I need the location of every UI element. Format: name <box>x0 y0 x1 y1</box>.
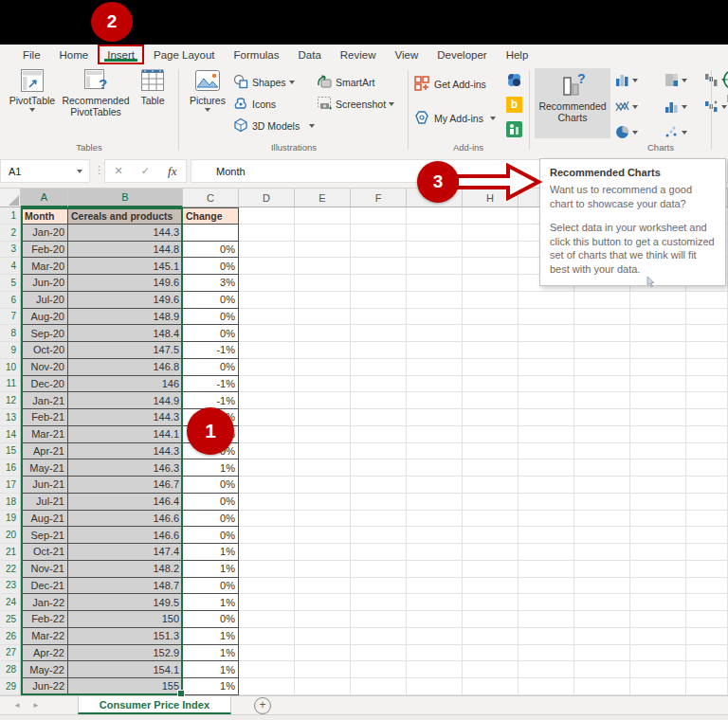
cell-H21[interactable] <box>463 544 519 561</box>
cell-A18[interactable]: Jul-21 <box>21 494 68 511</box>
cell-D5[interactable] <box>239 275 295 292</box>
cell-K25[interactable] <box>630 611 686 628</box>
cell-F2[interactable] <box>351 225 407 242</box>
cell-K12[interactable] <box>630 392 686 409</box>
cell-J8[interactable] <box>574 325 630 342</box>
pictures-button[interactable]: Pictures <box>184 68 231 112</box>
cell-G4[interactable] <box>407 258 463 275</box>
cell-J6[interactable] <box>574 292 630 309</box>
3d-models-button[interactable]: 3D Models <box>233 117 315 135</box>
cell-H14[interactable] <box>463 426 519 443</box>
cell-E7[interactable] <box>295 309 351 326</box>
cell-C27[interactable]: 1% <box>183 645 239 662</box>
cell-E16[interactable] <box>295 459 351 477</box>
cell-I8[interactable] <box>519 325 574 342</box>
cell-L14[interactable] <box>686 426 728 443</box>
cell-A3[interactable]: Feb-20 <box>21 242 68 259</box>
cell-K13[interactable] <box>630 409 686 426</box>
cell-J19[interactable] <box>574 511 630 528</box>
cell-A20[interactable]: Sep-21 <box>21 527 68 544</box>
cell-I22[interactable] <box>519 561 574 578</box>
cell-E2[interactable] <box>295 225 351 242</box>
cell-L9[interactable] <box>686 342 728 359</box>
cell-F13[interactable] <box>351 409 407 426</box>
cell-G14[interactable] <box>407 426 463 443</box>
cell-C24[interactable]: 1% <box>183 594 239 611</box>
cell-G20[interactable] <box>407 527 463 544</box>
cell-B15[interactable]: 144.3 <box>68 443 183 460</box>
tab-help[interactable]: Help <box>497 45 538 64</box>
cell-C7[interactable]: 0% <box>183 309 239 326</box>
cell-C26[interactable]: 1% <box>183 628 239 645</box>
cell-B16[interactable]: 146.3 <box>68 459 183 477</box>
cell-L16[interactable] <box>686 459 728 477</box>
cell-L19[interactable] <box>686 511 728 528</box>
cell-A11[interactable]: Dec-20 <box>21 376 68 393</box>
row-header-8[interactable]: 8 <box>0 325 21 342</box>
cell-G12[interactable] <box>407 392 463 409</box>
cell-G8[interactable] <box>407 325 463 342</box>
cell-C18[interactable]: 0% <box>183 494 239 511</box>
row-header-27[interactable]: 27 <box>0 645 21 662</box>
cell-B21[interactable]: 147.4 <box>68 544 183 561</box>
cell-J20[interactable] <box>574 527 630 544</box>
row-header-24[interactable]: 24 <box>0 594 21 611</box>
cell-H25[interactable] <box>463 611 519 628</box>
cell-E28[interactable] <box>295 661 351 678</box>
cell-B6[interactable]: 149.6 <box>68 292 183 309</box>
cell-H7[interactable] <box>463 309 519 326</box>
cell-L23[interactable] <box>686 578 728 595</box>
cell-B1[interactable]: Cereals and products <box>68 207 183 225</box>
cell-A26[interactable]: Mar-22 <box>21 628 68 645</box>
people-graph-icon[interactable] <box>506 121 522 137</box>
pie-chart-button[interactable] <box>614 124 638 140</box>
cell-E22[interactable] <box>295 561 351 578</box>
cell-H29[interactable] <box>463 678 519 695</box>
cell-H13[interactable] <box>463 409 519 426</box>
cell-J12[interactable] <box>574 392 630 409</box>
cell-G24[interactable] <box>407 594 463 611</box>
cell-B22[interactable]: 148.2 <box>68 561 183 578</box>
cell-G2[interactable] <box>407 225 463 242</box>
cell-K24[interactable] <box>630 594 686 611</box>
cell-A16[interactable]: May-21 <box>21 459 68 477</box>
cell-A29[interactable]: Jun-22 <box>21 678 68 695</box>
cell-E9[interactable] <box>295 342 351 359</box>
cell-K26[interactable] <box>630 628 686 645</box>
cell-H12[interactable] <box>463 392 519 409</box>
cell-C16[interactable]: 1% <box>183 459 239 477</box>
cell-E6[interactable] <box>295 292 351 309</box>
row-header-18[interactable]: 18 <box>0 494 21 511</box>
cell-H18[interactable] <box>463 494 519 511</box>
cell-D24[interactable] <box>239 594 295 611</box>
cell-A25[interactable]: Feb-22 <box>21 611 68 628</box>
cell-E4[interactable] <box>295 258 351 275</box>
cell-C2[interactable] <box>183 225 239 242</box>
cell-I10[interactable] <box>519 359 574 376</box>
cell-L10[interactable] <box>686 359 728 376</box>
cell-D26[interactable] <box>239 628 295 645</box>
cell-I29[interactable] <box>519 678 574 695</box>
cell-F21[interactable] <box>351 544 407 561</box>
cell-F3[interactable] <box>351 242 407 259</box>
cell-B13[interactable]: 144.3 <box>68 409 183 426</box>
cell-G10[interactable] <box>407 359 463 376</box>
cell-A10[interactable]: Nov-20 <box>21 359 68 376</box>
row-header-29[interactable]: 29 <box>0 678 21 695</box>
column-header-E[interactable]: E <box>295 189 351 207</box>
cell-H23[interactable] <box>463 578 519 595</box>
cell-F7[interactable] <box>351 309 407 326</box>
cell-E29[interactable] <box>295 678 351 695</box>
cell-H8[interactable] <box>463 325 519 342</box>
cell-A14[interactable]: Mar-21 <box>21 426 68 443</box>
cell-B4[interactable]: 145.1 <box>68 258 183 275</box>
cell-L20[interactable] <box>686 527 728 544</box>
cell-J9[interactable] <box>574 342 630 359</box>
cell-E1[interactable] <box>295 207 351 225</box>
cell-I9[interactable] <box>519 342 574 359</box>
cell-G23[interactable] <box>407 578 463 595</box>
pivottable-button[interactable]: PivotTable <box>6 68 59 112</box>
cell-D14[interactable] <box>239 426 295 443</box>
cell-F18[interactable] <box>351 494 407 511</box>
maps-button[interactable]: Ma <box>715 68 728 110</box>
